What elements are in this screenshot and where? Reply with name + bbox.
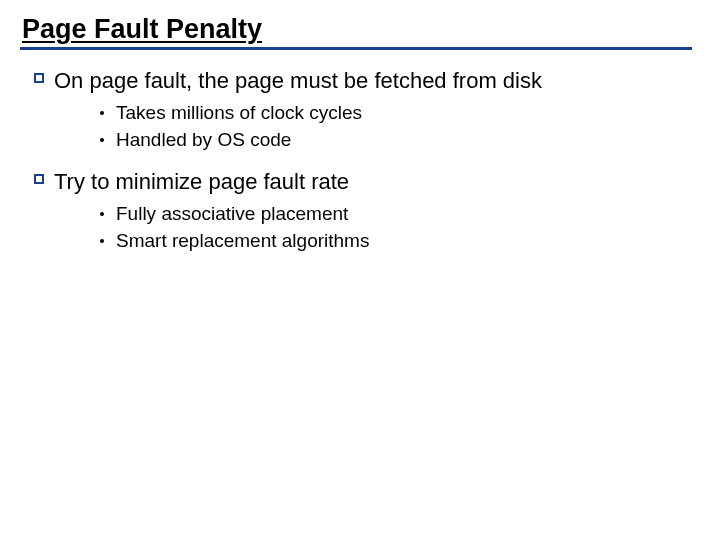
sub-list: Fully associative placement Smart replac… xyxy=(54,201,692,254)
sub-list: Takes millions of clock cycles Handled b… xyxy=(54,100,692,153)
bullet-text: Try to minimize page fault rate xyxy=(54,169,349,194)
title-divider: Page Fault Penalty xyxy=(20,14,692,50)
list-item: On page fault, the page must be fetched … xyxy=(34,66,692,153)
slide: Page Fault Penalty On page fault, the pa… xyxy=(0,0,720,540)
bullet-list: On page fault, the page must be fetched … xyxy=(20,66,692,254)
list-item: Smart replacement algorithms xyxy=(100,228,692,254)
bullet-text: On page fault, the page must be fetched … xyxy=(54,68,542,93)
list-item: Fully associative placement xyxy=(100,201,692,227)
list-item: Handled by OS code xyxy=(100,127,692,153)
list-item: Takes millions of clock cycles xyxy=(100,100,692,126)
list-item: Try to minimize page fault rate Fully as… xyxy=(34,167,692,254)
page-title: Page Fault Penalty xyxy=(22,14,692,45)
